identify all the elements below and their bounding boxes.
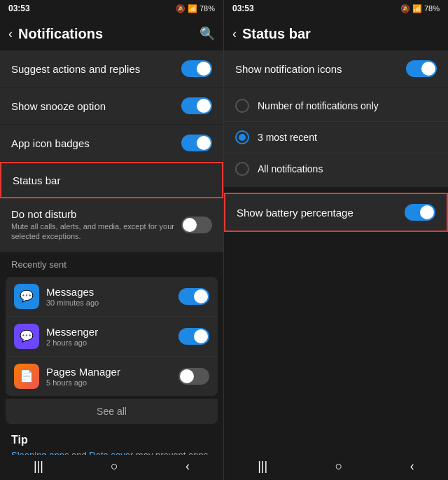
right-panel: 03:53 🔕 📶 78% ‹ Status bar Show notifica… — [224, 0, 448, 480]
messages-time: 30 minutes ago — [46, 299, 178, 307]
left-nav-menu-icon[interactable]: ||| — [34, 459, 43, 474]
messages-name: Messages — [46, 286, 178, 298]
tip-text: Sleeping apps and Data saver may prevent… — [11, 449, 212, 455]
messages-icon: 💬 — [14, 284, 39, 309]
right-status-icons: 🔕 📶 78% — [400, 4, 440, 13]
most-recent-radio-item[interactable]: 3 most recent — [224, 122, 448, 153]
status-bar-item[interactable]: Status bar — [0, 162, 223, 198]
show-battery-toggle[interactable] — [405, 204, 435, 221]
left-mute-icon: 🔕 — [176, 4, 186, 13]
app-icon-badges-label: App icon badges — [11, 137, 181, 149]
app-icon-badges-item[interactable]: App icon badges — [0, 125, 223, 162]
data-saver-link[interactable]: Data saver — [89, 450, 133, 455]
dnd-sublabel: Mute all calls, alerts, and media, excep… — [11, 221, 181, 242]
pages-icon-symbol: 📄 — [20, 369, 34, 383]
all-notif-label: All notifications — [258, 163, 323, 174]
left-battery-icon: 78% — [200, 4, 215, 13]
show-notif-icons-label: Show notification icons — [235, 63, 406, 75]
suggest-actions-toggle[interactable] — [181, 60, 212, 77]
all-notif-radio[interactable] — [235, 162, 249, 176]
messenger-icon: 💬 — [14, 324, 39, 349]
left-settings-list: Suggest actions and replies Show snooze … — [0, 50, 223, 455]
show-snooze-item[interactable]: Show snooze option — [0, 88, 223, 125]
messenger-app-item[interactable]: 💬 Messenger 2 hours ago — [6, 317, 218, 357]
messenger-toggle[interactable] — [178, 328, 209, 345]
pages-name: Pages Manager — [46, 366, 178, 378]
messages-app-item[interactable]: 💬 Messages 30 minutes ago — [6, 277, 218, 317]
messages-toggle[interactable] — [178, 288, 209, 305]
number-only-label: Number of notifications only — [258, 100, 379, 111]
left-status-icons: 🔕 📶 78% — [176, 4, 215, 13]
tip-title: Tip — [11, 434, 212, 446]
suggest-actions-item[interactable]: Suggest actions and replies — [0, 50, 223, 88]
right-signal-icon: 📶 — [412, 4, 422, 13]
right-nav-bar: ||| ○ ‹ — [224, 455, 448, 480]
show-battery-item[interactable]: Show battery percentage — [224, 193, 448, 232]
show-notif-icons-toggle[interactable] — [406, 60, 437, 77]
right-battery-icon: 78% — [424, 4, 440, 13]
left-back-button[interactable]: ‹ — [8, 27, 13, 41]
tip-section: Tip Sleeping apps and Data saver may pre… — [0, 427, 223, 455]
most-recent-radio[interactable] — [235, 130, 249, 144]
show-notif-icons-item[interactable]: Show notification icons — [224, 50, 448, 88]
most-recent-label: 3 most recent — [258, 132, 317, 143]
sleeping-apps-link[interactable]: Sleeping apps — [11, 450, 69, 455]
right-back-button[interactable]: ‹ — [232, 27, 237, 41]
pages-time: 5 hours ago — [46, 378, 178, 387]
number-only-radio-item[interactable]: Number of notifications only — [224, 90, 448, 122]
show-battery-label: Show battery percentage — [237, 207, 405, 219]
right-header: ‹ Status bar — [224, 17, 448, 50]
pages-icon: 📄 — [14, 364, 39, 389]
right-time: 03:53 — [232, 4, 254, 13]
notification-radio-group: Number of notifications only 3 most rece… — [224, 88, 448, 187]
app-icon-badges-toggle[interactable] — [181, 135, 212, 151]
pages-toggle[interactable] — [178, 368, 209, 385]
left-header: ‹ Notifications 🔍 — [0, 17, 223, 50]
right-status-bar: 03:53 🔕 📶 78% — [224, 0, 448, 17]
dnd-item[interactable]: Do not disturb Mute all calls, alerts, a… — [0, 198, 223, 252]
left-signal-icon: 📶 — [188, 4, 197, 13]
left-search-button[interactable]: 🔍 — [200, 26, 215, 41]
left-nav-back-icon[interactable]: ‹ — [186, 459, 190, 474]
status-bar-label: Status bar — [13, 174, 211, 186]
number-only-radio[interactable] — [235, 99, 249, 113]
right-nav-back-icon[interactable]: ‹ — [410, 459, 414, 474]
right-nav-menu-icon[interactable]: ||| — [258, 459, 267, 474]
recently-sent-section-label: Recently sent — [0, 252, 223, 274]
messenger-name: Messenger — [46, 326, 178, 338]
left-nav-bar: ||| ○ ‹ — [0, 455, 223, 480]
messenger-icon-symbol: 💬 — [20, 329, 34, 343]
right-spacer — [224, 232, 448, 455]
recently-sent-list: 💬 Messages 30 minutes ago 💬 Messenger 2 … — [6, 277, 218, 396]
dnd-toggle[interactable] — [181, 217, 212, 233]
left-time: 03:53 — [8, 4, 30, 13]
left-nav-home-icon[interactable]: ○ — [111, 459, 118, 474]
dnd-label: Do not disturb — [11, 208, 181, 220]
right-divider — [224, 187, 448, 193]
show-snooze-toggle[interactable] — [181, 97, 212, 114]
messages-icon-symbol: 💬 — [20, 289, 34, 303]
right-mute-icon: 🔕 — [400, 4, 410, 13]
pages-app-item[interactable]: 📄 Pages Manager 5 hours ago — [6, 357, 218, 396]
see-all-button[interactable]: See all — [6, 399, 218, 424]
show-snooze-label: Show snooze option — [11, 100, 181, 112]
left-panel: 03:53 🔕 📶 78% ‹ Notifications 🔍 Suggest … — [0, 0, 224, 480]
right-nav-home-icon[interactable]: ○ — [335, 459, 343, 474]
all-notif-radio-item[interactable]: All notifications — [224, 153, 448, 184]
left-status-bar: 03:53 🔕 📶 78% — [0, 0, 223, 17]
suggest-actions-label: Suggest actions and replies — [11, 63, 181, 75]
right-header-title: Status bar — [242, 26, 440, 42]
left-header-title: Notifications — [18, 26, 200, 42]
messenger-time: 2 hours ago — [46, 338, 178, 347]
